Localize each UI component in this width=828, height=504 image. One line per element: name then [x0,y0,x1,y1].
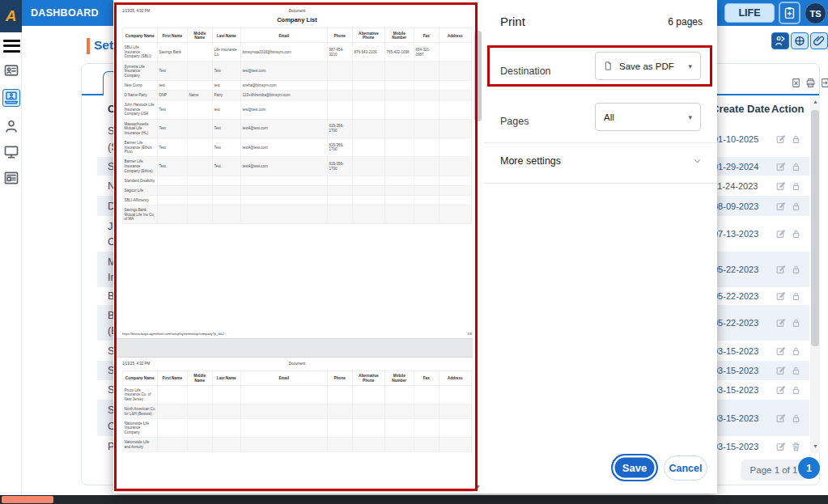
trash-icon[interactable] [791,441,801,452]
form-icon[interactable] [2,169,20,187]
edit-icon[interactable] [775,290,786,302]
preview-page-indicator: 1/6 [467,332,472,337]
lock-icon[interactable] [791,345,801,357]
edit-icon[interactable] [775,264,786,275]
save-button[interactable]: Save [611,454,658,481]
edit-icon[interactable] [775,384,786,396]
lock-icon[interactable] [791,317,801,328]
preview-scroll-down-icon[interactable]: ▼ [475,484,481,489]
edit-icon[interactable] [775,201,786,212]
scroll-down-icon[interactable]: ▼ [813,443,818,449]
create-date-cell: 01-29-2024 [709,162,767,172]
table-toolbar [791,77,828,89]
preview-table: Company NameFirst NameMiddle NameLast Na… [122,28,472,225]
network-icon[interactable] [791,32,809,49]
print-icon[interactable] [805,77,816,89]
lock-icon[interactable] [791,365,801,376]
create-date-cell: 07-13-2023 [709,229,767,239]
preview-row: John Hancock Life Insurance Company USAT… [122,100,471,119]
hamburger-menu-icon[interactable] [3,36,20,54]
pages-label: Pages [500,116,529,127]
row-actions [767,365,809,376]
destination-select[interactable]: Save as PDF ▾ [595,52,701,80]
lock-icon[interactable] [791,290,801,302]
lock-icon[interactable] [791,201,801,212]
edit-icon[interactable] [775,441,786,452]
pagination-page-1[interactable]: 1 [798,457,820,479]
preview-col-header: Mobile Number [384,371,414,385]
row-actions [767,317,809,328]
preview-row: Banner Life Insurance (Ethos Plus)TestTe… [122,138,471,156]
create-date-cell: 05-22-2023 [709,265,767,274]
edit-icon[interactable] [775,317,786,328]
preview-doc-title: Company List [117,16,477,23]
create-date-cell: 11-24-2023 [709,181,767,191]
row-actions [767,180,809,192]
life-module-button[interactable]: LIFE [724,3,775,23]
preview-row: D Name PartyDNPNameParty123+dhirendra@bi… [122,91,471,100]
clipboard-add-icon[interactable] [779,2,800,24]
nav-item-dashboard[interactable]: DASHBOARD [31,7,99,19]
create-date-cell: 08-09-2023 [709,201,767,211]
more-settings-toggle[interactable]: More settings [500,155,703,167]
print-dialog: 1/13/25, 4:32 PM Document Company List C… [113,0,717,493]
destination-value: Save as PDF [619,61,674,71]
preview-col-header: Middle Name [187,28,212,43]
pages-select[interactable]: All ▾ [595,103,701,131]
create-date-cell: 05-22-2023 [709,318,767,328]
lock-icon[interactable] [791,384,801,396]
preview-table: Company NameFirst NameMiddle NameLast Na… [122,371,472,452]
preview-col-header: Fax [414,28,439,43]
paperclip-icon[interactable] [810,32,828,49]
cancel-button[interactable]: Cancel [664,455,707,481]
lock-icon[interactable] [791,180,801,192]
lock-icon[interactable] [791,264,801,275]
edit-icon[interactable] [775,133,786,145]
preview-doc-label: Document [289,9,306,13]
edit-icon[interactable] [775,161,786,172]
print-preview-area[interactable]: 1/13/25, 4:32 PM Document Company List C… [113,0,484,493]
preview-timestamp: 1/13/25, 4:32 PM [122,362,289,366]
user-icon[interactable] [2,117,20,135]
workstation-user-icon[interactable] [2,89,20,107]
row-actions [767,161,809,172]
horizontal-scrollbar-thumb[interactable] [2,496,53,503]
user-avatar[interactable]: TS [805,2,826,24]
desktop-icon[interactable] [2,143,20,161]
preview-col-header: Alternative Phone [352,371,384,385]
edit-icon[interactable] [775,365,786,376]
presenter-icon[interactable] [771,32,789,49]
table-scrollbar-thumb[interactable] [811,110,819,346]
lock-icon[interactable] [791,228,801,239]
caret-down-icon: ▾ [688,113,692,121]
preview-row: New Comptesttestsneha@bimsym.com [122,80,471,90]
page-separator [116,339,477,357]
print-settings-panel: Print 6 pages Destination Save as PDF ▾ … [484,0,717,493]
scroll-up-icon[interactable]: ▲ [813,99,818,104]
preview-row: Massachusetts Mutual Life Insurance (HL)… [122,119,471,138]
preview-scrollbar-thumb[interactable] [474,31,482,121]
row-actions [767,384,809,396]
row-actions [767,413,809,424]
horizontal-scrollbar[interactable] [0,495,828,504]
export-icon[interactable] [820,77,828,89]
preview-footer-url: https://testactosys.agentfront.com/setup… [122,332,224,337]
create-date-cell: 03-15-2023 [709,346,767,356]
preview-col-header: Email [240,28,327,43]
lock-icon[interactable] [791,133,801,145]
lock-icon[interactable] [791,413,801,424]
edit-icon[interactable] [775,228,786,239]
preview-col-header: Company Name [122,28,157,43]
row-actions [767,264,809,275]
brand-logo[interactable]: A [0,0,22,32]
preview-row: Symetra Life Insurance CompanyTestTestte… [122,61,471,80]
edit-icon[interactable] [775,413,786,424]
edit-icon[interactable] [775,345,786,357]
id-card-icon[interactable] [2,61,20,79]
edit-icon[interactable] [775,180,786,192]
create-date-header: Create Date [709,103,767,115]
preview-timestamp: 1/13/25, 4:32 PM [122,9,289,13]
excel-export-icon[interactable] [791,77,801,89]
lock-icon[interactable] [791,161,801,172]
preview-row: Nationwide Life Insurance Company [122,418,471,437]
